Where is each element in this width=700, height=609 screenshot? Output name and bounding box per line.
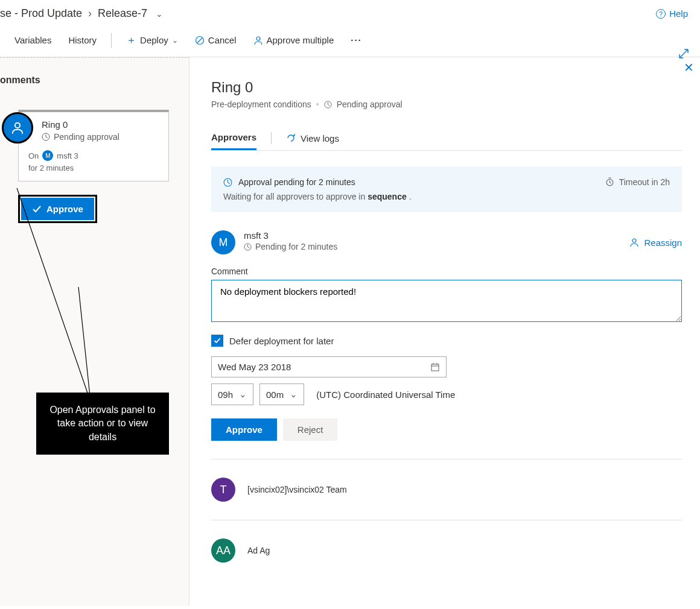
reassign-link[interactable]: Reassign <box>629 230 682 254</box>
approve-highlight: Approve <box>18 195 97 223</box>
panel-title: Ring 0 <box>211 79 682 96</box>
svg-line-6 <box>78 287 91 402</box>
panel-subtitle: Pre-deployment conditions • Pending appr… <box>211 99 682 109</box>
stage-person-badge[interactable] <box>2 112 33 144</box>
approver-pending: Pending for 2 minutes <box>255 242 337 251</box>
toolbar-deploy[interactable]: ＋ Deploy ⌄ <box>120 30 184 51</box>
chevron-down-icon[interactable]: ⌄ <box>156 9 163 19</box>
chevron-down-icon: ⌄ <box>239 389 247 400</box>
person-icon <box>629 238 639 247</box>
panel-sub1: Pre-deployment conditions <box>211 99 311 109</box>
chevron-right-icon: › <box>88 7 92 20</box>
clock-icon <box>244 243 252 251</box>
panel-approve-button[interactable]: Approve <box>211 418 277 441</box>
stage-on-label: On <box>28 151 39 160</box>
team-row-2: AA Ad Ag <box>211 538 682 563</box>
tab-viewlogs-label: View logs <box>301 133 339 144</box>
approver-name: msft 3 <box>244 230 337 241</box>
toolbar: Variables History ＋ Deploy ⌄ Cancel Appr… <box>0 25 700 57</box>
minute-value: 00m <box>266 390 284 400</box>
svg-point-12 <box>632 239 636 242</box>
chevron-down-icon: ⌄ <box>290 389 298 400</box>
svg-point-3 <box>15 123 20 128</box>
reassign-label: Reassign <box>644 238 682 248</box>
stage-status: Pending approval <box>42 132 160 142</box>
toolbar-history[interactable]: History <box>62 31 103 49</box>
stage-card[interactable]: Ring 0 Pending approval On M msft 3 for … <box>18 110 169 181</box>
date-input[interactable]: Wed May 23 2018 <box>211 356 447 377</box>
main: onments Ring 0 Pending approval <box>0 57 700 606</box>
approver-status: Pending for 2 minutes <box>244 242 337 251</box>
banner-line1: Approval pending for 2 minutes <box>238 177 355 187</box>
team-name: Ad Ag <box>247 546 270 555</box>
comment-label: Comment <box>211 267 682 276</box>
toolbar-cancel[interactable]: Cancel <box>189 31 243 49</box>
left-column: onments Ring 0 Pending approval <box>0 57 189 606</box>
agent-avatar: M <box>42 150 53 161</box>
close-icon[interactable]: ✕ <box>684 60 694 75</box>
toolbar-more[interactable]: ··· <box>345 31 368 49</box>
toolbar-approve-multiple[interactable]: Approve multiple <box>247 31 340 49</box>
stage-name: Ring 0 <box>42 119 160 130</box>
divider <box>211 520 682 520</box>
dot-separator: • <box>316 99 319 109</box>
help-link[interactable]: ? Help <box>656 8 688 19</box>
banner-timeout-label: Timeout in 2h <box>619 177 670 187</box>
hour-input[interactable]: 09h ⌄ <box>211 383 253 405</box>
check-icon <box>214 337 221 344</box>
banner-timeout: Timeout in 2h <box>605 177 670 201</box>
calendar-icon <box>430 362 440 372</box>
approver-row: M msft 3 Pending for 2 minutes <box>211 230 682 254</box>
stage-agent: msft 3 <box>57 151 78 160</box>
team-row-1: T [vsincix02]\vsincix02 Team <box>211 478 682 502</box>
svg-rect-13 <box>431 364 439 371</box>
defer-label: Defer deployment for later <box>229 336 334 346</box>
divider <box>211 459 682 459</box>
tab-divider <box>271 132 272 144</box>
arrow-icon <box>286 133 296 143</box>
panel-tabs: Approvers View logs <box>211 126 682 151</box>
defer-row[interactable]: Defer deployment for later <box>211 335 682 347</box>
svg-point-2 <box>256 37 260 40</box>
timezone-label: (UTC) Coordinated Universal Time <box>316 390 455 400</box>
toolbar-divider <box>111 33 112 48</box>
date-value: Wed May 23 2018 <box>218 362 291 372</box>
team-avatar: T <box>211 478 235 502</box>
banner-line2: Waiting for all approvers to approve in … <box>223 192 412 201</box>
approve-button[interactable]: Approve <box>21 198 94 220</box>
status-banner: Approval pending for 2 minutes Waiting f… <box>211 166 682 212</box>
breadcrumb: se - Prod Update › Release-7 ⌄ <box>0 0 700 25</box>
toolbar-deploy-label: Deploy <box>140 35 168 45</box>
hour-value: 09h <box>218 390 233 400</box>
person-icon <box>11 121 24 134</box>
minute-input[interactable]: 00m ⌄ <box>259 383 304 405</box>
help-icon: ? <box>656 9 666 19</box>
clock-icon <box>223 178 232 187</box>
panel-sub2: Pending approval <box>337 99 402 109</box>
chevron-down-icon: ⌄ <box>172 36 178 45</box>
defer-checkbox[interactable] <box>211 335 223 347</box>
tab-approvers[interactable]: Approvers <box>211 126 256 150</box>
approvals-panel: ✕ Ring 0 Pre-deployment conditions • Pen… <box>189 57 700 606</box>
panel-reject-button[interactable]: Reject <box>283 418 338 441</box>
clock-icon <box>324 101 332 109</box>
toolbar-variables[interactable]: Variables <box>8 31 57 49</box>
tab-view-logs[interactable]: View logs <box>286 126 339 150</box>
plus-icon: ＋ <box>126 33 136 47</box>
cancel-icon <box>195 36 205 45</box>
stage-duration: for 2 minutes <box>28 163 160 172</box>
comment-input[interactable] <box>211 280 682 322</box>
timer-icon <box>605 177 614 186</box>
section-title: onments <box>0 66 189 93</box>
svg-line-1 <box>197 38 202 43</box>
clock-icon <box>42 133 50 141</box>
team-name: [vsincix02]\vsincix02 Team <box>247 485 347 494</box>
breadcrumb-item-2[interactable]: Release-7 <box>98 7 147 20</box>
breadcrumb-item-1[interactable]: se - Prod Update <box>0 7 82 20</box>
team-avatar: AA <box>211 538 235 563</box>
check-icon <box>32 204 42 214</box>
help-label: Help <box>669 8 688 19</box>
approver-avatar: M <box>211 230 235 254</box>
toolbar-cancel-label: Cancel <box>208 35 237 45</box>
stage-status-label: Pending approval <box>54 132 119 142</box>
